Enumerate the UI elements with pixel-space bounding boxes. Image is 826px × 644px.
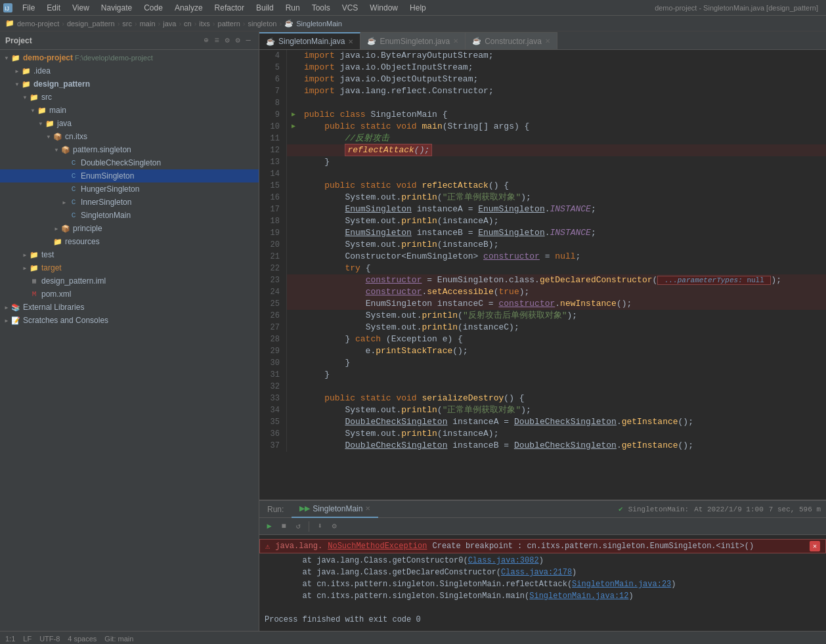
menu-window[interactable]: Window [364,2,403,14]
tree-item-java[interactable]: ▼ 📁 java [0,117,259,130]
tab-close-es[interactable]: ✕ [453,37,458,45]
tree-item-scratches[interactable]: ▶ 📝 Scratches and Consoles [0,314,259,327]
run-arrow-9: ▶ [292,109,295,121]
tree-item-target[interactable]: ▶ 📁 target [0,261,259,274]
menu-help[interactable]: Help [404,2,431,14]
tree-label-main: main [49,106,66,115]
tab-icon-con: ☕ [472,37,481,45]
app-logo: IJ [3,3,13,13]
tab-close-sm[interactable]: ✕ [348,38,353,45]
code-line-34: 34 System.out.println("正常单例获取对象"); [259,404,826,416]
menu-view[interactable]: View [67,2,95,14]
tree-item-cn-itxs[interactable]: ▼ 📦 cn.itxs [0,130,259,143]
tree-item-pattern-singleton[interactable]: ▼ 📦 pattern.singleton [0,143,259,156]
error-link[interactable]: NoSuchMethodException [328,542,427,551]
tree-label-test: test [41,250,54,259]
code-content-20: System.out.println(instanceB); [300,239,498,251]
tree-item-principle[interactable]: ▶ 📦 principle [0,222,259,235]
menu-edit[interactable]: Edit [41,2,66,14]
run-text-5 [265,603,269,612]
scratches-icon: 📝 [11,315,21,326]
menu-vcs[interactable]: VCS [337,2,364,14]
breadcrumb-cn[interactable]: cn [184,20,192,28]
run-play-button[interactable]: ▶ [263,521,275,532]
line-num-36: 36 [259,428,287,440]
line-num-30: 30 [259,357,287,369]
line-num-18: 18 [259,215,287,227]
scroll-end-button[interactable]: ⬇ [314,521,326,532]
menu-analyze[interactable]: Analyze [169,2,208,14]
code-line-33: 33 public static void serializeDestroy()… [259,393,826,404]
settings-button[interactable]: ⚙ [328,521,340,532]
line-num-23: 23 [259,274,287,286]
run-stop-button[interactable]: ■ [278,521,290,532]
tree-item-doublechecksingleton[interactable]: ▶ C DoubleCheckSingleton [0,156,259,169]
status-position: 1:1 [5,635,15,643]
collapse-all-icon[interactable]: ≡ [211,35,222,46]
run-link-3[interactable]: SingletonMain.java:23 [572,580,671,589]
menu-run[interactable]: Run [280,2,305,14]
minimize-icon[interactable]: — [243,35,253,46]
options-icon[interactable]: ⚙ [222,35,232,46]
breadcrumb-main[interactable]: main [140,20,156,28]
tree-item-innersingleton[interactable]: ▶ C InnerSingleton [0,196,259,209]
tree-label-sm: SingletonMain [81,211,131,220]
run-restart-button[interactable]: ↺ [292,521,304,532]
line-num-6: 6 [259,74,287,85]
breadcrumb-project[interactable]: demo-project [17,20,59,28]
java-class-icon-hs: C [68,184,79,194]
menu-file[interactable]: File [17,2,40,14]
tree-item-src[interactable]: ▼ 📁 src [0,91,259,104]
code-line-9: 9 ▶ public class SingletonMain { [259,109,826,121]
code-line-31: 31 } [259,369,826,381]
run-link-2[interactable]: Class.java:2178 [501,568,572,577]
tab-run[interactable]: Run: [259,501,292,518]
line-num-15: 15 [259,180,287,192]
line-num-28: 28 [259,333,287,345]
tab-icon-sm: ☕ [266,37,275,46]
code-editor[interactable]: 4 import java.io.ByteArrayOutputStream; … [259,50,826,500]
menu-refactor[interactable]: Refactor [209,2,250,14]
breadcrumb-class[interactable]: SingletonMain [296,20,342,28]
code-line-15: 15 public static void reflectAttack() { [259,180,826,192]
breadcrumb-java[interactable]: java [163,20,176,28]
menu-code[interactable]: Code [139,2,168,14]
menu-navigate[interactable]: Navigate [96,2,137,14]
tab-singletonmain[interactable]: ☕ SingletonMain.java ✕ [259,32,360,49]
run-tab-close[interactable]: ✕ [365,505,370,512]
breadcrumb-itxs[interactable]: itxs [199,20,210,28]
tree-item-hungersingleton[interactable]: ▶ C HungerSingleton [0,182,259,196]
tree-item-external-libs[interactable]: ▶ 📚 External Libraries [0,301,259,314]
run-link-4[interactable]: SingletonMain.java:12 [529,591,628,601]
tree-item-resources[interactable]: ▶ 📁 resources [0,235,259,248]
breadcrumb-pattern[interactable]: pattern [218,20,240,28]
project-icon: 📁 [5,19,14,28]
tree-item-enumsingleton[interactable]: ▶ C EnumSingleton [0,169,259,182]
project-tree: ▼ 📁 demo-project F:\develop\demo-project… [0,50,259,631]
menu-tools[interactable]: Tools [307,2,336,14]
tree-item-demo-project[interactable]: ▼ 📁 demo-project F:\develop\demo-project [0,51,259,64]
tree-item-design-pattern[interactable]: ▼ 📁 design_pattern [0,77,259,91]
tree-item-singletonmain[interactable]: ▶ C SingletonMain [0,209,259,222]
tree-item-pom[interactable]: ▶ M pom.xml [0,288,259,301]
tree-item-idea[interactable]: ▶ 📁 .idea [0,64,259,77]
status-indent: 4 spaces [68,635,97,643]
tree-item-main[interactable]: ▼ 📁 main [0,104,259,117]
tab-close-con[interactable]: ✕ [545,37,550,45]
tree-item-test[interactable]: ▶ 📁 test [0,248,259,261]
breadcrumb-singleton[interactable]: singleton [248,20,276,28]
tree-item-iml[interactable]: ▶ ▦ design_pattern.iml [0,274,259,288]
run-link-1[interactable]: Class.java:3082 [468,556,539,565]
breadcrumb-module[interactable]: design_pattern [67,20,115,28]
new-file-icon[interactable]: ⊕ [201,35,211,46]
tab-enumsingleton[interactable]: ☕ EnumSingleton.java ✕ [360,32,466,49]
tab-singletonmain-run[interactable]: ▶▶ SingletonMain ✕ [292,501,378,518]
line-num-26: 26 [259,310,287,322]
breadcrumb-src[interactable]: src [122,20,132,28]
tab-constructor[interactable]: ☕ Constructor.java ✕ [466,32,557,49]
line-num-13: 13 [259,156,287,168]
editor-area: ☕ SingletonMain.java ✕ ☕ EnumSingleton.j… [259,32,826,631]
gear-icon[interactable]: ⚙ [232,35,243,46]
menu-build[interactable]: Build [251,2,279,14]
error-close-button[interactable]: ✕ [810,541,820,551]
